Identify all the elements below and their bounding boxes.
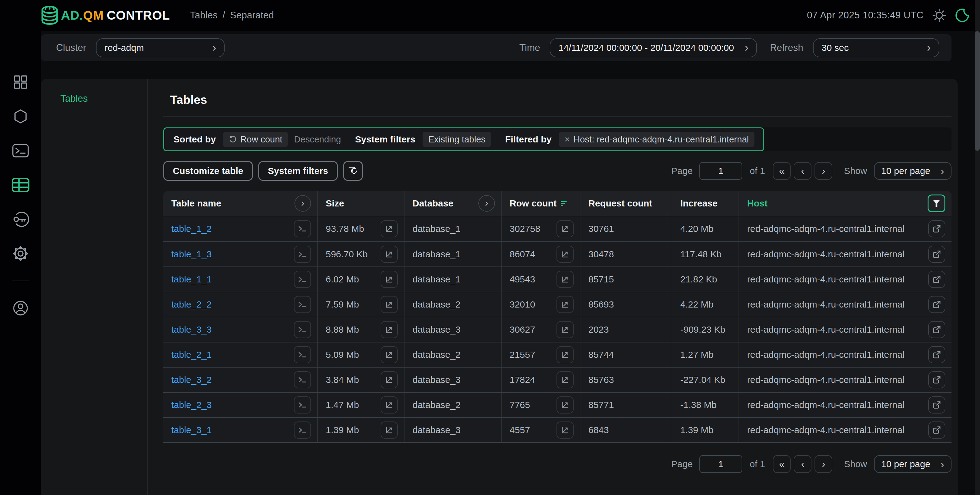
table-name-link[interactable]: table_3_3 (171, 324, 212, 335)
dashboard-icon[interactable] (11, 73, 30, 91)
system-filters-chip[interactable]: Existing tables (423, 132, 491, 147)
customize-table-button[interactable]: Customize table (163, 161, 253, 181)
sidebar-item-tables[interactable]: Tables (60, 93, 147, 104)
size-chart-button[interactable] (380, 321, 398, 338)
col-header-table-name[interactable]: Table name › (163, 191, 318, 216)
col-header-row-count[interactable]: Row count (502, 191, 581, 216)
terminal-button[interactable] (294, 246, 311, 263)
row-count-chart-button[interactable] (557, 246, 574, 263)
page-number-input[interactable] (699, 455, 742, 473)
expand-column-button[interactable]: › (478, 195, 495, 212)
per-page-select[interactable]: 10 per page › (874, 162, 951, 180)
terminal-button[interactable] (294, 346, 311, 363)
external-link-button[interactable] (928, 397, 945, 414)
size-cell: 1.39 Mb (318, 418, 404, 442)
host-cell: red-adqmc-adqm-4.ru-central1.internal (739, 343, 951, 367)
app-logo[interactable]: AD.QMCONTROL (41, 5, 170, 25)
main-area: Tables Sorted by Row count Descending Sy… (148, 79, 958, 495)
col-header-size[interactable]: Size (318, 191, 404, 216)
external-link-button[interactable] (928, 321, 945, 338)
terminal-button[interactable] (294, 220, 311, 237)
time-range-select[interactable]: 14/11/2024 00:00:00 - 20/11/2024 00:00:0… (550, 38, 757, 57)
host-filter-chip[interactable]: × Host: red-adqmc-adqm-4.ru-central1.int… (559, 132, 754, 147)
external-link-button[interactable] (928, 220, 945, 237)
table-name-link[interactable]: table_1_1 (171, 274, 212, 284)
size-chart-button[interactable] (380, 220, 398, 237)
col-header-request-count[interactable]: Request count (581, 191, 672, 216)
cluster-select[interactable]: red-adqm › (96, 38, 224, 57)
external-link-button[interactable] (928, 246, 945, 263)
external-link-icon (932, 375, 942, 384)
scrollbar-thumb[interactable] (975, 31, 980, 151)
terminal-button[interactable] (294, 371, 311, 389)
key-icon[interactable] (11, 210, 30, 228)
size-chart-button[interactable] (380, 346, 398, 363)
table-name-link[interactable]: table_2_1 (171, 349, 212, 360)
external-link-button[interactable] (928, 296, 945, 313)
row-count-chart-button[interactable] (557, 296, 574, 313)
table-name-link[interactable]: table_2_2 (171, 299, 212, 310)
terminal-prompt-icon (298, 351, 307, 359)
next-page-button[interactable]: › (815, 162, 832, 180)
external-link-button[interactable] (928, 271, 945, 288)
row-count-chart-button[interactable] (557, 397, 574, 414)
terminal-button[interactable] (294, 397, 311, 414)
tables-icon[interactable] (11, 176, 30, 194)
table-name-link[interactable]: table_1_3 (171, 249, 212, 259)
col-header-database[interactable]: Database › (404, 191, 502, 216)
size-chart-button[interactable] (380, 397, 398, 414)
size-chart-button[interactable] (380, 371, 398, 389)
table-name-link[interactable]: table_2_3 (171, 400, 212, 410)
first-page-button[interactable]: « (773, 162, 791, 180)
col-header-increase[interactable]: Increase (672, 191, 739, 216)
size-value: 3.84 Mb (326, 374, 359, 385)
prev-page-button[interactable]: ‹ (794, 455, 811, 473)
header-right: 07 Apr 2025 10:35:49 UTC (807, 8, 970, 23)
reset-filters-button[interactable] (343, 161, 363, 181)
dark-theme-icon[interactable] (955, 8, 970, 23)
size-chart-button[interactable] (380, 296, 398, 313)
row-count-chart-button[interactable] (557, 271, 574, 288)
size-value: 7.59 Mb (326, 299, 359, 310)
gear-icon[interactable] (11, 244, 30, 263)
size-chart-button[interactable] (380, 422, 398, 439)
hexagon-cluster-icon[interactable] (11, 107, 30, 125)
per-page-select[interactable]: 10 per page › (874, 455, 951, 473)
table-name-cell: table_2_2 (163, 292, 318, 317)
external-link-button[interactable] (928, 371, 945, 389)
terminal-button[interactable] (294, 271, 311, 288)
system-filters-button[interactable]: System filters (258, 161, 338, 181)
external-link-button[interactable] (928, 346, 945, 363)
table-name-link[interactable]: table_3_1 (171, 425, 212, 435)
row-count-chart-button[interactable] (557, 346, 574, 363)
row-count-chart-button[interactable] (557, 422, 574, 439)
size-chart-button[interactable] (380, 271, 398, 288)
page-number-input[interactable] (699, 162, 742, 180)
host-value: red-adqmc-adqm-4.ru-central1.internal (747, 425, 905, 435)
host-filter-button[interactable] (928, 195, 945, 212)
terminal-icon[interactable] (11, 141, 30, 160)
sorted-chip[interactable]: Row count (223, 132, 288, 147)
next-page-button[interactable]: › (815, 455, 832, 473)
table-name-link[interactable]: table_3_2 (171, 374, 212, 385)
size-chart-button[interactable] (380, 246, 398, 263)
table-name-link[interactable]: table_1_2 (171, 224, 212, 234)
terminal-button[interactable] (294, 296, 311, 313)
breadcrumb-section[interactable]: Tables (190, 10, 218, 21)
first-page-button[interactable]: « (773, 455, 791, 473)
terminal-button[interactable] (294, 321, 311, 338)
close-icon[interactable]: × (565, 134, 570, 144)
row-count-chart-button[interactable] (557, 321, 574, 338)
prev-page-button[interactable]: ‹ (794, 162, 811, 180)
user-icon[interactable] (11, 299, 30, 317)
row-count-chart-button[interactable] (557, 220, 574, 237)
database-value: database_2 (412, 400, 461, 410)
expand-column-button[interactable]: › (294, 195, 311, 212)
refresh-select[interactable]: 30 sec › (813, 38, 939, 57)
row-count-chart-button[interactable] (557, 371, 574, 389)
terminal-button[interactable] (294, 422, 311, 439)
vertical-scrollbar[interactable] (975, 0, 980, 495)
col-header-host[interactable]: Host (739, 191, 951, 216)
light-theme-icon[interactable] (932, 8, 946, 22)
external-link-button[interactable] (928, 422, 945, 439)
